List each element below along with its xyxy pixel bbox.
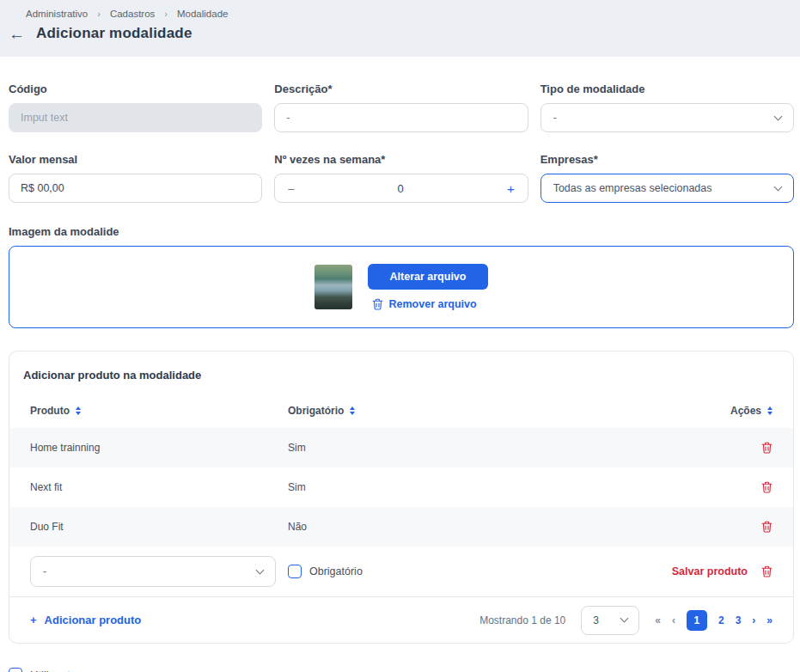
empresas-label: Empresas*: [540, 153, 794, 166]
breadcrumb-separator-icon: ›: [97, 9, 101, 19]
delete-row-button[interactable]: [761, 442, 773, 454]
obrigatorio-checkbox[interactable]: [288, 565, 302, 578]
valor-mensal-field: Valor mensal: [9, 153, 262, 203]
page-header: Administrativo › Cadastros › Modalidade …: [0, 0, 800, 57]
adicionar-produto-button[interactable]: + Adicionar produto: [30, 614, 141, 626]
column-label-obrigatorio: Obrigatório: [288, 405, 344, 417]
form-area: Código Descrição* Tipo de modalidade - V…: [0, 57, 800, 672]
showing-count: Mostrando 1 de 10: [479, 614, 565, 626]
products-card-title: Adicionar produto na modalidade: [9, 351, 793, 394]
tipo-modalidade-select[interactable]: -: [540, 103, 794, 132]
table-row: Duo Fit Não: [9, 507, 793, 547]
descricao-field: Descrição*: [274, 82, 528, 132]
vezes-semana-value: 0: [295, 182, 507, 195]
empresas-field: Empresas* Todas as empresas selecionadas: [540, 153, 794, 203]
page-button-1[interactable]: 1: [687, 610, 707, 631]
cell-obrigatorio: Sim: [288, 481, 644, 493]
last-page-button[interactable]: »: [766, 614, 773, 626]
imagem-label: Imagem da modalide: [9, 225, 794, 238]
utilizar-turmas-option[interactable]: Utilizar turmas: [9, 668, 794, 672]
image-actions: Alterar arquivo Remover arquivo: [368, 264, 489, 310]
product-select-value: -: [43, 565, 46, 577]
chevron-down-icon: [774, 112, 783, 120]
chevron-down-icon: [256, 565, 265, 574]
chevron-down-icon: [620, 614, 629, 623]
page-size-value: 3: [593, 614, 599, 626]
table-row: Next fit Sim: [9, 467, 793, 507]
breadcrumb: Administrativo › Cadastros › Modalidade: [0, 9, 800, 19]
product-editor-row: - Obrigatório Salvar produto: [9, 547, 793, 596]
sort-icon[interactable]: [76, 406, 81, 415]
column-header-produto[interactable]: Produto: [30, 405, 288, 417]
pager: « ‹ 1 2 3 › »: [655, 610, 773, 631]
cell-produto: Home trainning: [30, 442, 288, 454]
tipo-modalidade-value: -: [553, 112, 557, 124]
pagination-area: Mostrando 1 de 10 3 « ‹ 1 2 3 › »: [479, 606, 773, 635]
codigo-input[interactable]: [9, 103, 262, 132]
plus-icon[interactable]: +: [507, 181, 515, 196]
delete-row-button[interactable]: [761, 521, 773, 533]
descricao-label: Descrição*: [274, 82, 528, 95]
prev-page-button[interactable]: ‹: [672, 614, 675, 626]
cell-obrigatorio: Não: [288, 521, 644, 533]
utilizar-turmas-label: Utilizar turmas: [30, 669, 101, 672]
tipo-modalidade-field: Tipo de modalidade -: [540, 82, 794, 132]
page-title: Adicionar modalidade: [36, 25, 192, 42]
next-page-button[interactable]: ›: [752, 614, 755, 626]
remover-arquivo-button[interactable]: Remover arquivo: [368, 298, 477, 310]
sort-icon[interactable]: [350, 406, 355, 415]
adicionar-produto-label: Adicionar produto: [45, 614, 142, 626]
image-dropzone[interactable]: Alterar arquivo Remover arquivo: [9, 246, 794, 328]
remover-arquivo-label: Remover arquivo: [389, 298, 477, 310]
column-header-acoes[interactable]: Ações: [644, 405, 773, 417]
title-row: ← Adicionar modalidade: [0, 25, 800, 42]
image-section: Imagem da modalide Alterar arquivo Remov…: [9, 225, 794, 328]
delete-row-button[interactable]: [761, 481, 773, 493]
vezes-semana-stepper: – 0 +: [274, 174, 528, 203]
codigo-field: Código: [9, 82, 262, 132]
cell-produto: Next fit: [30, 481, 288, 493]
obrigatorio-checkbox-label: Obrigatório: [309, 565, 363, 577]
salvar-produto-button[interactable]: Salvar produto: [672, 565, 748, 577]
codigo-label: Código: [9, 82, 262, 95]
product-select[interactable]: -: [30, 556, 276, 587]
chevron-down-icon: [774, 182, 783, 191]
column-header-obrigatorio[interactable]: Obrigatório: [288, 405, 644, 417]
page-button-2[interactable]: 2: [718, 614, 724, 626]
descricao-input[interactable]: [274, 103, 528, 132]
breadcrumb-separator-icon: ›: [164, 9, 168, 19]
breadcrumb-item-administrativo[interactable]: Administrativo: [26, 9, 88, 19]
valor-mensal-label: Valor mensal: [9, 153, 262, 166]
back-arrow-icon[interactable]: ←: [9, 26, 25, 42]
delete-editor-button[interactable]: [761, 565, 773, 577]
modality-image-thumbnail: [315, 265, 352, 309]
breadcrumb-item-modalidade: Modalidade: [177, 9, 228, 19]
tipo-modalidade-label: Tipo de modalidade: [540, 82, 794, 95]
minus-icon[interactable]: –: [288, 182, 294, 195]
column-label-produto: Produto: [30, 405, 70, 417]
breadcrumb-item-cadastros[interactable]: Cadastros: [110, 9, 155, 19]
table-header: Produto Obrigatório Ações: [9, 394, 793, 428]
page-button-3[interactable]: 3: [736, 614, 742, 626]
empresas-value: Todas as empresas selecionadas: [553, 182, 712, 194]
trash-icon: [372, 298, 383, 310]
empresas-select[interactable]: Todas as empresas selecionadas: [540, 174, 794, 203]
cell-produto: Duo Fit: [30, 521, 288, 533]
form-grid: Código Descrição* Tipo de modalidade - V…: [9, 82, 794, 203]
column-label-acoes: Ações: [730, 405, 761, 417]
table-footer: + Adicionar produto Mostrando 1 de 10 3 …: [9, 596, 793, 643]
plus-icon: +: [30, 614, 37, 626]
vezes-semana-label: Nº vezes na semana*: [274, 153, 528, 166]
cell-obrigatorio: Sim: [288, 442, 644, 454]
obrigatorio-option[interactable]: Obrigatório: [288, 565, 583, 578]
utilizar-turmas-checkbox[interactable]: [9, 668, 22, 672]
products-card: Adicionar produto na modalidade Produto …: [9, 351, 794, 644]
first-page-button[interactable]: «: [655, 614, 661, 626]
page-size-select[interactable]: 3: [581, 606, 639, 635]
valor-mensal-input[interactable]: [9, 174, 262, 203]
vezes-semana-field: Nº vezes na semana* – 0 +: [274, 153, 528, 203]
table-row: Home trainning Sim: [9, 428, 793, 467]
alterar-arquivo-button[interactable]: Alterar arquivo: [368, 264, 489, 290]
sort-icon[interactable]: [767, 406, 773, 415]
